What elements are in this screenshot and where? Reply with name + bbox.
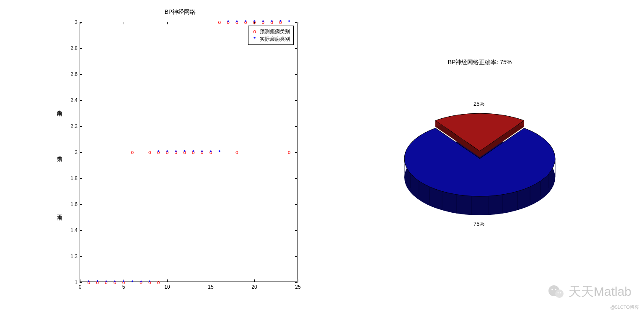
legend-entry-predicted: o 预测癫痫类别 (251, 28, 290, 35)
predicted-point: o (201, 150, 204, 155)
actual-point: * (175, 150, 177, 155)
predicted-point: o (183, 150, 186, 155)
predicted-point: o (131, 150, 134, 155)
actual-point: * (236, 20, 238, 25)
predicted-point: o (148, 150, 151, 155)
star-marker-icon: * (251, 35, 259, 43)
predicted-point: o (235, 20, 238, 25)
predicted-point: o (218, 20, 221, 25)
predicted-point: o (288, 150, 291, 155)
actual-point: * (262, 20, 264, 25)
x-tick-label: 20 (251, 284, 257, 290)
y-tick-label: 2.2 (66, 123, 78, 129)
actual-point: * (218, 150, 220, 155)
wechat-icon (548, 284, 564, 300)
actual-point: * (158, 150, 160, 155)
actual-point: * (166, 150, 168, 155)
actual-point: * (184, 150, 186, 155)
actual-point: * (201, 150, 203, 155)
predicted-point: o (261, 20, 264, 25)
pie-label-25: 25% (473, 101, 484, 107)
predicted-point: o (96, 280, 99, 285)
circle-marker-icon: o (251, 28, 259, 35)
y-tick-label: 1 (66, 279, 78, 285)
predicted-point: o (227, 20, 230, 25)
actual-point: * (88, 280, 90, 285)
predicted-point: o (235, 150, 238, 155)
actual-point: * (131, 280, 133, 285)
actual-point: * (288, 20, 290, 25)
x-tick-label: 0 (79, 284, 82, 290)
predicted-point: o (166, 150, 169, 155)
x-tick-label: 15 (208, 284, 213, 290)
y-tick-label: 2.6 (66, 71, 78, 77)
svg-point-17 (551, 289, 553, 290)
scatter-figure: BP神经网络 o 预测癫痫类别 * 实际癫痫类别 11.21.41.61.822… (54, 8, 306, 294)
y-tick-label: 2.4 (66, 97, 78, 103)
y-tick-label: 2 (66, 149, 78, 155)
pie-chart: 25% 75% (379, 79, 580, 238)
x-tick-label: 25 (295, 284, 300, 290)
predicted-point: o (209, 150, 212, 155)
actual-point: * (279, 20, 282, 25)
actual-point: * (245, 20, 247, 25)
svg-point-18 (555, 289, 556, 290)
legend-entry-actual: * 实际癫痫类别 (251, 35, 290, 43)
y-tick-label: 3 (66, 19, 78, 25)
predicted-point: o (148, 280, 151, 285)
y-category-label: 发作期 (56, 152, 63, 153)
actual-point: * (140, 280, 142, 285)
watermark: 天天Matlab (548, 283, 631, 300)
predicted-point: o (87, 280, 90, 285)
actual-point: * (114, 280, 116, 285)
predicted-point: o (174, 150, 177, 155)
x-tick-label: 10 (164, 284, 170, 290)
predicted-point: o (114, 280, 116, 285)
legend-label: 预测癫痫类别 (260, 29, 290, 34)
actual-point: * (96, 280, 98, 285)
actual-point: * (192, 150, 194, 155)
pie-label-75: 75% (473, 221, 484, 227)
y-tick-label: 1.4 (66, 227, 78, 233)
actual-point: * (149, 280, 151, 285)
pie-title: BP神经网络正确率: 75% (379, 59, 580, 66)
predicted-point: o (157, 150, 160, 155)
legend-box: o 预测癫痫类别 * 实际癫痫类别 (248, 26, 294, 45)
predicted-point: o (279, 20, 282, 25)
actual-point: * (227, 20, 229, 25)
y-tick-label: 1.6 (66, 201, 78, 207)
svg-point-19 (558, 292, 559, 293)
svg-point-16 (555, 290, 564, 298)
y-tick-label: 2.8 (66, 45, 78, 51)
legend-label: 实际癫痫类别 (260, 36, 290, 42)
pie-figure: BP神经网络正确率: 75% (379, 59, 580, 252)
y-tick-label: 1.8 (66, 175, 78, 181)
credit-text: @51CTO博客 (610, 304, 639, 310)
actual-point: * (105, 280, 107, 285)
predicted-point: o (244, 20, 247, 25)
watermark-text: 天天Matlab (569, 283, 631, 300)
predicted-point: o (105, 280, 108, 285)
actual-point: * (210, 150, 212, 155)
scatter-plot-area: o 预测癫痫类别 * 实际癫痫类别 11.21.41.61.822.22.42.… (80, 22, 297, 282)
y-tick-label: 1.2 (66, 253, 78, 259)
predicted-point: o (192, 150, 195, 155)
y-category-label: 发作间期 (56, 106, 63, 108)
actual-point: * (271, 20, 273, 25)
y-category-label: 正常期 (56, 210, 63, 211)
scatter-title: BP神经网络 (54, 8, 306, 16)
predicted-point: o (140, 280, 142, 285)
svg-point-20 (560, 292, 561, 293)
predicted-point: o (157, 280, 160, 285)
predicted-point: o (270, 20, 273, 25)
x-tick-label: 5 (122, 284, 125, 290)
